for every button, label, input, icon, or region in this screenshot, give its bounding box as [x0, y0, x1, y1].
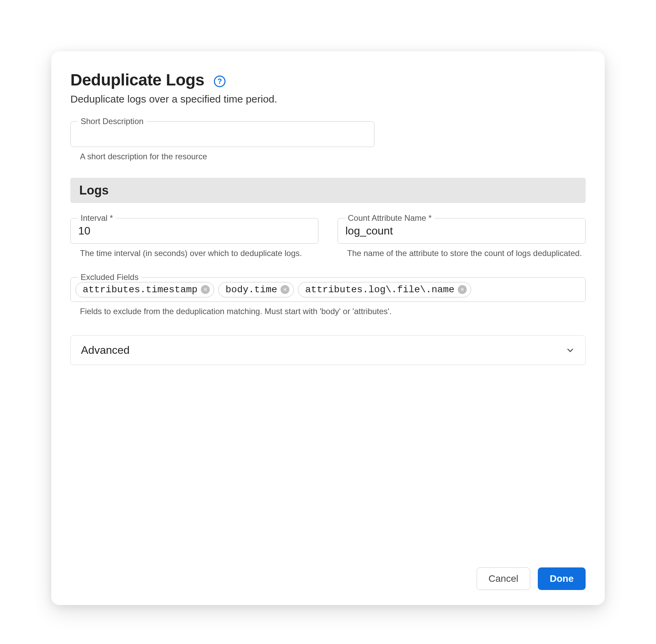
excluded-fields-field: Excluded Fields attributes.timestamp✕bod…	[70, 277, 586, 302]
chip-text: attributes.timestamp	[83, 284, 197, 295]
excluded-field-chip: body.time✕	[218, 282, 294, 297]
excluded-fields-input[interactable]: attributes.timestamp✕body.time✕attribute…	[70, 277, 586, 302]
excluded-fields-label: Excluded Fields	[78, 272, 141, 282]
cancel-button[interactable]: Cancel	[477, 567, 530, 590]
chip-text: attributes.log\.file\.name	[305, 284, 454, 295]
dialog-footer: Cancel Done	[70, 554, 586, 590]
chevron-down-icon	[565, 346, 575, 355]
excluded-field-chip: attributes.log\.file\.name✕	[298, 282, 471, 297]
interval-col: Interval * The time interval (in seconds…	[70, 218, 318, 258]
close-icon[interactable]: ✕	[458, 285, 467, 294]
dialog-card: Deduplicate Logs ? Deduplicate logs over…	[51, 51, 605, 605]
help-icon[interactable]: ?	[214, 76, 226, 87]
excluded-fields-helper: Fields to exclude from the deduplication…	[80, 307, 586, 316]
excluded-field-chip: attributes.timestamp✕	[76, 282, 214, 297]
done-button[interactable]: Done	[538, 567, 586, 590]
short-description-label: Short Description	[78, 117, 146, 126]
interval-helper: The time interval (in seconds) over whic…	[80, 249, 318, 258]
chip-text: body.time	[226, 284, 277, 295]
close-icon[interactable]: ✕	[281, 285, 289, 294]
count-attr-label: Count Attribute Name *	[345, 213, 434, 223]
short-description-field: Short Description	[70, 121, 374, 147]
count-attr-field: Count Attribute Name *	[338, 218, 586, 244]
dialog-subtitle: Deduplicate logs over a specified time p…	[70, 93, 586, 105]
interval-label: Interval *	[78, 213, 116, 223]
dialog-header: Deduplicate Logs ?	[70, 70, 586, 89]
section-logs-bar: Logs	[70, 178, 586, 203]
count-attr-helper: The name of the attribute to store the c…	[347, 249, 586, 258]
advanced-accordion[interactable]: Advanced	[70, 335, 586, 365]
count-attr-col: Count Attribute Name * The name of the a…	[338, 218, 586, 258]
logs-fields-row: Interval * The time interval (in seconds…	[70, 218, 586, 258]
interval-field: Interval *	[70, 218, 318, 244]
section-logs-title: Logs	[79, 183, 577, 198]
short-description-helper: A short description for the resource	[80, 152, 586, 161]
dialog-title: Deduplicate Logs	[70, 70, 204, 89]
advanced-label: Advanced	[81, 344, 129, 357]
close-icon[interactable]: ✕	[201, 285, 210, 294]
